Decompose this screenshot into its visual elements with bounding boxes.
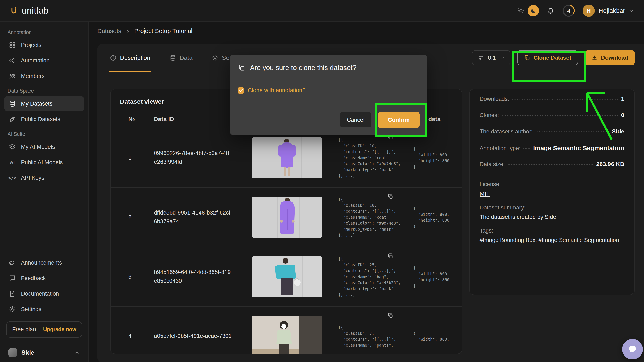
user-avatar: H: [582, 4, 595, 17]
meta-cell: { "width": 800, "height": 800 }: [414, 247, 454, 306]
sidebar-item-members[interactable]: Members: [4, 68, 84, 84]
sidebar-item-label: Documentation: [21, 291, 59, 297]
notifications-bell-icon[interactable]: [546, 6, 555, 15]
workspace-switcher[interactable]: Side: [0, 343, 88, 362]
sliders-icon: [478, 55, 484, 61]
dotted-leader: [508, 164, 593, 165]
info-row-downloads: Downloads: 1: [480, 95, 624, 112]
sidebar-item-automation[interactable]: Automation: [4, 53, 84, 68]
checkbox-checked-icon[interactable]: [238, 87, 244, 94]
column-number: №: [128, 116, 154, 123]
gear-icon: [212, 54, 218, 61]
cancel-button[interactable]: Cancel: [340, 112, 371, 127]
chat-icon: [8, 275, 16, 282]
app-root: unitlab 4 H: [0, 0, 644, 362]
sidebar-item-label: API Keys: [21, 175, 44, 181]
dataset-image-thumbnail[interactable]: [252, 256, 322, 297]
dotted-leader: [536, 131, 609, 132]
sidebar-item-projects[interactable]: Projects: [4, 37, 84, 53]
clone-with-annotation-checkbox-row[interactable]: Clone with annotation?: [238, 87, 420, 94]
dataset-image-thumbnail[interactable]: [252, 316, 322, 354]
version-value: 0.1: [488, 55, 496, 61]
confirm-button[interactable]: Confirm: [378, 112, 420, 128]
section-label-data-space: Data Space: [4, 84, 84, 96]
info-row-clones: Clones: 0: [480, 112, 624, 128]
meta-json: { "width": 800,: [414, 330, 450, 342]
section-label-annotation: Annotation: [4, 25, 84, 37]
logo-text: unitlab: [22, 6, 49, 16]
sidebar-item-feedback[interactable]: Feedback: [4, 271, 84, 286]
clone-confirmation-modal: Are you sure to clone this dataset? Clon…: [230, 55, 427, 135]
theme-toggle[interactable]: [517, 5, 539, 16]
annotation-cell: [{ "classID": 7, "contours": "[[...]]", …: [338, 307, 414, 354]
copy-icon: [524, 55, 530, 61]
sidebar-spacer: [4, 186, 84, 255]
user-menu[interactable]: H Hojiakbar: [582, 4, 635, 17]
download-icon: [592, 55, 598, 61]
meta-json: { "width": 800, "height": 800 }: [414, 265, 450, 289]
tags-text: #Image Bounding Box, #Image Semantic Seg…: [480, 237, 624, 243]
clone-dataset-label: Clone Dataset: [534, 55, 571, 61]
tags-label: Tags:: [480, 228, 624, 234]
sidebar-item-public-ai-models[interactable]: AI Public AI Models: [4, 155, 84, 170]
meta-cell: { "width": 800, "height": 800 }: [414, 128, 454, 187]
sidebar-item-label: Settings: [21, 306, 42, 313]
copy-icon[interactable]: [388, 313, 393, 319]
info-label: Annotation type:: [480, 145, 520, 152]
license-link[interactable]: MIT: [480, 190, 490, 197]
dataset-info-panel: Downloads: 1 Clones: 0 The dataset's aut…: [469, 89, 635, 295]
tab-description[interactable]: Description: [110, 43, 150, 72]
annotation-json: [{ "classID": 25, "contours": "[[...]]",…: [338, 256, 400, 298]
info-value: 0: [621, 112, 624, 119]
sidebar-item-documentation[interactable]: Documentation: [4, 286, 84, 302]
copy-icon[interactable]: [388, 134, 393, 140]
moon-icon[interactable]: [528, 5, 539, 16]
copy-icon[interactable]: [388, 253, 393, 259]
grid-icon: [8, 41, 16, 49]
sidebar-item-my-ai-models[interactable]: My AI Models: [4, 139, 84, 155]
annotation-cell: [{ "classID": 10, "contours": "[[...]]",…: [338, 128, 414, 187]
unitlab-logo[interactable]: unitlab: [9, 6, 49, 16]
chevron-down-icon: [500, 55, 504, 60]
table-row: 4 a05e7fcf-9b5f-491e-acae-7301 [{ "class…: [111, 307, 462, 354]
upgrade-link[interactable]: Upgrade now: [43, 326, 76, 333]
sidebar-item-label: Projects: [21, 42, 42, 48]
info-license-block: License: MIT: [480, 181, 624, 197]
modal-title-row: Are you sure to clone this dataset?: [238, 64, 420, 72]
ai-icon: AI: [8, 160, 16, 165]
section-label-ai-suite: AI Suite: [4, 127, 84, 139]
meta-cell: { "width": 800, "height": 800 }: [414, 188, 454, 247]
top-navbar: unitlab 4 H: [0, 0, 644, 22]
chevron-right-icon: [125, 28, 130, 34]
tab-label: Description: [120, 54, 150, 61]
license-label: License:: [480, 181, 624, 187]
usage-counter[interactable]: 4: [562, 4, 575, 17]
dotted-leader: [502, 115, 618, 116]
sidebar-item-label: Members: [21, 73, 45, 79]
row-number: 3: [128, 273, 154, 280]
meta-json: { "width": 800, "height": 800 }: [414, 146, 450, 170]
table-row: 2 dffde56d-9951-4148-b32f-62cf6b379a74 […: [111, 188, 462, 247]
info-value: Side: [612, 128, 624, 135]
download-button[interactable]: Download: [585, 50, 635, 65]
version-select[interactable]: 0.1: [472, 50, 510, 65]
tab-data[interactable]: Data: [170, 43, 192, 72]
sidebar-item-public-datasets[interactable]: Public Datasets: [4, 111, 84, 127]
copy-icon: [238, 64, 245, 71]
modal-actions: Cancel Confirm: [340, 112, 420, 128]
sidebar-item-label: Public Datasets: [21, 116, 60, 123]
sidebar-item-announcements[interactable]: Announcements: [4, 255, 84, 271]
sidebar-item-settings[interactable]: Settings: [4, 302, 84, 317]
sidebar-item-my-datasets[interactable]: My Datasets: [4, 96, 84, 111]
chat-widget-button[interactable]: [622, 339, 643, 360]
meta-cell: { "width": 800,: [414, 307, 454, 354]
row-data-id: a05e7fcf-9b5f-491e-acae-7301: [154, 332, 252, 341]
dataset-image-thumbnail[interactable]: [252, 137, 322, 178]
clone-dataset-button[interactable]: Clone Dataset: [517, 50, 578, 65]
breadcrumb-datasets[interactable]: Datasets: [97, 28, 121, 34]
gear-icon: [8, 306, 16, 313]
sidebar-item-api-keys[interactable]: </> API Keys: [4, 170, 84, 186]
dataset-image-thumbnail[interactable]: [252, 197, 322, 238]
copy-icon[interactable]: [388, 194, 393, 199]
annotation-cell: [{ "classID": 25, "contours": "[[...]]",…: [338, 247, 414, 306]
